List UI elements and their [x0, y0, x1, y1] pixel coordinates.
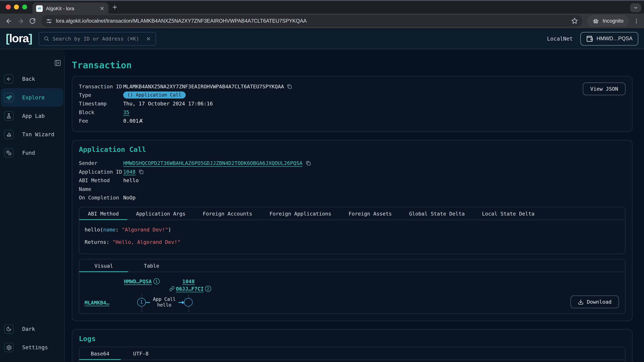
tab-visual[interactable]: Visual: [79, 259, 128, 272]
tab-close-icon[interactable]: [100, 6, 105, 11]
graph-application-link[interactable]: 1048: [182, 278, 195, 284]
application-id-link[interactable]: 1048: [123, 167, 136, 176]
sidebar-item-back[interactable]: Back: [0, 70, 64, 88]
page-title: Transaction: [72, 60, 632, 70]
sidebar-collapse-icon[interactable]: [54, 59, 61, 66]
copy-icon[interactable]: [306, 161, 311, 166]
minimize-window-button[interactable]: [14, 4, 19, 9]
browser-tab[interactable]: ak AlgoKit - lora: [32, 2, 108, 14]
logo-word: lora: [9, 32, 29, 45]
sidebar-item-fund[interactable]: Fund: [0, 144, 64, 162]
incognito-badge: Incognito: [587, 15, 629, 27]
sidebar-item-app-lab[interactable]: App Lab: [0, 107, 64, 125]
app-header: [lora] LocalNet HMWD…PQSA: [0, 28, 644, 49]
coins-icon: [4, 148, 14, 158]
transaction-id-value: MLAMKB4ANXZ5NA2XY7ZNF3EAIROHVWPAB4A7CLT6…: [123, 82, 284, 91]
address-bar[interactable]: [42, 15, 582, 27]
close-window-button[interactable]: [6, 4, 10, 9]
tab-foreign-assets[interactable]: Foreign Assets: [340, 207, 400, 220]
graph-txn-row-link[interactable]: MLAMKB4…: [84, 300, 109, 306]
zoom-window-button[interactable]: [22, 4, 27, 9]
reload-icon[interactable]: [28, 16, 37, 25]
graph-edge-label: App Call hello: [150, 296, 178, 308]
graph-account-link[interactable]: HMWD…PQSA: [124, 278, 152, 284]
timestamp-value: Thu, 17 October 2024 17:06:16: [123, 99, 213, 108]
tab-foreign-applications[interactable]: Foreign Applications: [261, 207, 340, 220]
url-input[interactable]: [56, 18, 568, 24]
sidebar-item-theme-dark[interactable]: Dark: [0, 320, 64, 338]
main-content: Transaction View JSON Transaction ID MLA…: [64, 49, 644, 362]
abi-returns-line: Returns: "Hello, Algorand Dev!": [84, 236, 620, 248]
copy-icon[interactable]: [138, 169, 144, 174]
browser-toolbar: Incognito: [0, 13, 644, 28]
lora-logo[interactable]: [lora]: [6, 33, 32, 44]
abi-return-value: "Hello, Algorand Dev!": [112, 239, 180, 245]
network-label[interactable]: LocalNet: [547, 35, 573, 42]
sidebar-item-label: Dark: [22, 326, 35, 332]
link-chain-icon: [169, 286, 174, 292]
graph-from-node[interactable]: 1: [137, 298, 146, 307]
arrow-left-icon: [4, 74, 14, 84]
txn-visual-box: Visual Table HMWD…PQSA 1 1048: [79, 259, 626, 314]
tab-title: AlgoKit - lora: [46, 5, 96, 11]
tab-search-chevron-button[interactable]: [630, 3, 641, 12]
sidebar-item-settings[interactable]: Settings: [0, 338, 64, 357]
incognito-icon: [592, 17, 600, 24]
visual-tabs: Visual Table: [79, 259, 625, 272]
abi-arg-value: "Algorand Dev!": [122, 227, 168, 233]
site-settings-icon[interactable]: [46, 18, 52, 24]
gear-icon: [4, 343, 14, 352]
view-json-button[interactable]: View JSON: [583, 82, 626, 95]
app-call-tabs: ABI Method Application Args Foreign Acco…: [79, 207, 625, 220]
sidebar-item-explore[interactable]: Explore: [1, 88, 63, 107]
wallet-button[interactable]: HMWD…PQSA: [580, 32, 638, 45]
algo-symbol: Ⱥ: [139, 117, 142, 125]
window-controls: [6, 4, 27, 9]
search-input[interactable]: [53, 35, 142, 42]
abi-method-content: hello(name: "Algorand Dev!") Returns: "H…: [79, 220, 625, 254]
field-label: Type: [79, 91, 123, 99]
screen: ak AlgoKit - lora: [0, 0, 644, 362]
sidebar-item-label: App Lab: [22, 113, 44, 119]
tab-application-args[interactable]: Application Args: [128, 207, 194, 220]
tab-local-state-delta[interactable]: Local State Delta: [473, 207, 543, 220]
block-link[interactable]: 35: [123, 108, 130, 116]
sidebar-item-label: Explore: [22, 94, 44, 100]
tab-abi-method[interactable]: ABI Method: [79, 207, 128, 220]
tab-favicon-icon: ak: [36, 5, 43, 12]
browser-menu-icon[interactable]: [632, 18, 640, 24]
logs-heading: Logs: [79, 335, 626, 343]
back-nav-icon[interactable]: [4, 16, 13, 25]
telescope-icon: [4, 93, 14, 102]
download-button[interactable]: Download: [570, 296, 619, 308]
graph-to-node[interactable]: [184, 298, 192, 307]
bookmark-star-icon[interactable]: [572, 17, 578, 24]
tab-base64[interactable]: Base64: [79, 347, 121, 360]
logs-card: Logs Base64 UTF-8 1. FR98dQAUSGVsbG8sIEF…: [72, 329, 632, 362]
sender-link[interactable]: HMWDSHQCOPD2T36WBAHLAZ6PO5GDJJZBN4D2TODK…: [123, 159, 302, 167]
sidebar-item-label: Settings: [22, 345, 48, 351]
tab-table[interactable]: Table: [128, 259, 175, 272]
sidebar-item-txn-wizard[interactable]: Txn Wizard: [0, 125, 64, 144]
abi-method-name-value: hello: [123, 176, 139, 185]
field-label: Timestamp: [79, 99, 123, 108]
search-clear-icon[interactable]: [146, 36, 151, 41]
field-label: Application ID: [79, 167, 123, 176]
tab-utf8[interactable]: UTF-8: [121, 347, 161, 360]
new-tab-button[interactable]: [112, 4, 118, 10]
global-search[interactable]: [38, 32, 156, 45]
forward-nav-icon[interactable]: [16, 16, 25, 25]
logo-bracket-close: ]: [29, 32, 32, 45]
copy-icon[interactable]: [287, 84, 292, 89]
tab-foreign-accounts[interactable]: Foreign Accounts: [194, 207, 261, 220]
txn-type-badge: () Application Call: [123, 91, 186, 98]
app-call-details-box: ABI Method Application Args Foreign Acco…: [79, 207, 626, 254]
incognito-label: Incognito: [602, 18, 623, 24]
wizard-hat-icon: [4, 130, 14, 139]
sidebar-item-label: Fund: [22, 150, 35, 156]
graph-account-badge: 1: [153, 278, 160, 284]
tab-global-state-delta[interactable]: Global State Delta: [400, 207, 474, 220]
logo-bracket-open: [: [6, 32, 9, 45]
graph-app-account-link[interactable]: O6JJ…F7CI: [176, 286, 204, 292]
wallet-icon: [586, 35, 593, 42]
